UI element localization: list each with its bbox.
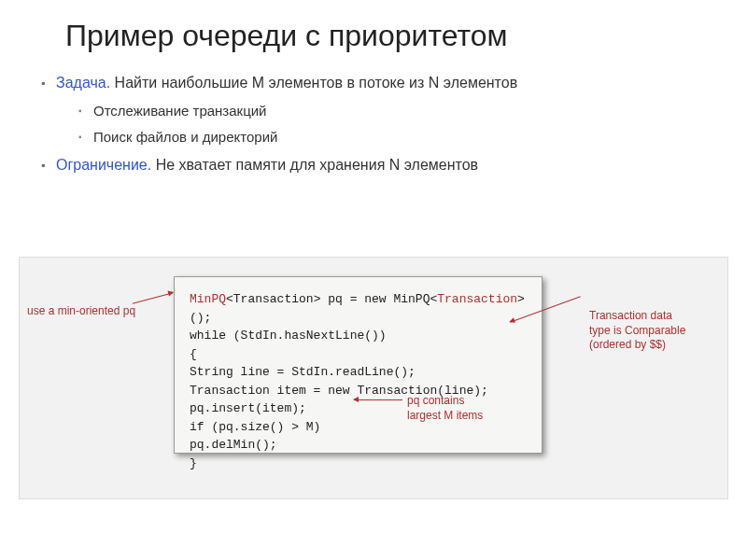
annotation-left: use a min-oriented pq	[27, 304, 135, 317]
code-line-3: while (StdIn.hasNextLine())	[190, 327, 527, 345]
arrow-center-icon	[354, 399, 402, 400]
annotation-right: Transaction data type is Comparable (ord…	[589, 309, 720, 353]
code-line-10: }	[190, 455, 527, 473]
annotation-center-line2: largest M items	[407, 409, 500, 424]
sub-bullet-list: Отслеживание транзакций Поиск файлов и д…	[75, 99, 710, 148]
slide-title: Пример очереди с приоритетом	[65, 19, 710, 53]
slide-container: Пример очереди с приоритетом Задача. Най…	[0, 0, 747, 200]
task-label: Задача.	[56, 75, 110, 91]
annotation-right-line1: Transaction data	[589, 309, 720, 324]
code-line-1: MinPQ<Transaction> pq = new MinPQ<Transa…	[190, 290, 527, 327]
sub-bullet-files: Поиск файлов и директорий	[75, 125, 710, 149]
code-line-4: {	[190, 345, 527, 364]
code-line-9: pq.delMin();	[190, 436, 527, 455]
sub-bullet-transactions: Отслеживание транзакций	[75, 99, 710, 123]
constraint-text: Не хватает памяти для хранения N элемент…	[151, 157, 478, 173]
bullet-item-task: Задача. Найти наибольшие M элементов в п…	[37, 70, 710, 148]
task-text: Найти наибольшие M элементов в потоке из…	[110, 75, 517, 91]
code-line-5: String line = StdIn.readLine();	[190, 363, 527, 382]
arrow-left-icon	[133, 292, 174, 304]
constraint-label: Ограничение.	[56, 157, 151, 173]
annotation-center: pq contains largest M items	[407, 394, 500, 423]
bullet-item-constraint: Ограничение. Не хватает памяти для хране…	[37, 152, 710, 177]
code-snippet: MinPQ<Transaction> pq = new MinPQ<Transa…	[174, 276, 543, 454]
annotation-right-line3: (ordered by $$)	[589, 338, 720, 353]
code-highlight-minpq: MinPQ	[190, 292, 226, 306]
code-highlight-transaction: Transaction	[437, 292, 517, 306]
annotation-right-line2: type is Comparable	[589, 324, 720, 339]
annotation-center-line1: pq contains	[407, 394, 500, 409]
figure-container: MinPQ<Transaction> pq = new MinPQ<Transa…	[19, 257, 728, 499]
bullet-list: Задача. Найти наибольшие M элементов в п…	[37, 70, 710, 177]
